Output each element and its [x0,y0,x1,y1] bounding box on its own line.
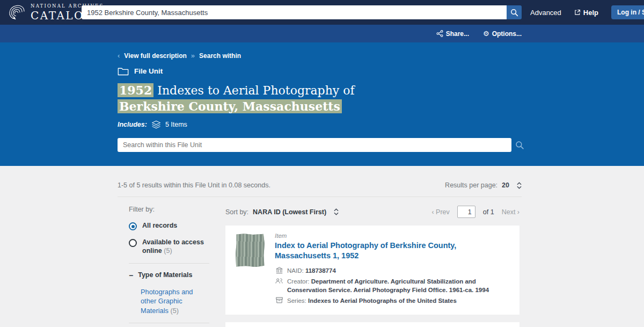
results-column: Sort by: NARA ID (Lowest First) ‹ Prev o… [225,206,519,327]
result-title-link[interactable]: Index to Aerial Photography of Berkshire… [275,241,511,261]
help-label: Help [583,9,598,17]
search-button[interactable] [507,5,522,19]
file-unit-hero: ‹ View full description » Search within … [0,42,644,166]
external-link-icon [574,9,581,16]
title-plain: Indexes to Aerial Photography of [153,84,354,97]
sort-by-label: Sort by: [225,208,248,216]
radio-unselected-icon[interactable] [129,239,137,247]
search-icon [510,9,518,17]
naid-value: 118738774 [305,267,336,274]
bank-icon [275,266,283,275]
header-links: Advanced Help Log in / Sign Up [530,5,644,19]
filter-radio-available-online[interactable]: Available to access online (5) [129,238,209,255]
radio-count: (5) [164,247,172,255]
filter-group-title: Type of Materials [138,271,192,280]
nara-catalog-logo[interactable]: NATIONAL ARCHIVES CATALOG [8,4,78,21]
sort-control: Sort by: NARA ID (Lowest First) [225,208,339,216]
advanced-label: Advanced [530,9,561,17]
includes-label: Includes: [118,121,147,128]
title-highlight-place: Berkshire County, Massachusetts [118,99,342,113]
share-button[interactable]: Share... [436,30,469,38]
chevron-up-icon [334,208,339,212]
radio-selected-icon[interactable] [129,222,137,230]
sort-stepper[interactable] [334,208,339,215]
gear-icon: ⚙ [483,30,489,38]
chevron-left-icon: ‹ [118,52,120,60]
options-button[interactable]: ⚙ Options... [483,30,522,38]
login-signup-button[interactable]: Log in / Sign Up [611,5,644,19]
result-card[interactable]: Item Index to Aerial Photography of Berk… [225,322,519,327]
naid-text: NAID: 118738774 [287,266,511,275]
eagle-logo-icon [8,4,27,20]
per-page-value[interactable]: 20 [502,181,509,189]
series-row: Series: Indexes to Aerial Photographs of… [275,296,511,306]
results-meta-row: 1-5 of 5 results within this File Unit i… [118,166,522,197]
breadcrumb-search-within[interactable]: Search within [199,52,241,60]
content-row: Filter by: All records Available to acce… [129,206,644,327]
share-icon [436,30,443,37]
includes-value: 5 Items [165,121,187,128]
people-icon [275,277,283,295]
naid-row: NAID: 118738774 [275,266,511,275]
breadcrumb: ‹ View full description » Search within [118,52,644,60]
results-summary: 1-5 of 5 results within this File Unit i… [118,181,270,189]
radio-label: Available to access online (5) [142,238,209,255]
breadcrumb-view-full-description[interactable]: View full description [124,52,186,60]
series-value: Indexes to Aerial Photographs of the Uni… [308,297,457,304]
chevron-double-right-icon: » [191,52,195,60]
sort-value[interactable]: NARA ID (Lowest First) [253,208,326,216]
series-text: Series: Indexes to Aerial Photographs of… [287,296,511,306]
filter-by-label: Filter by: [129,206,209,213]
chevron-down-icon [334,212,339,215]
page-of-label: of 1 [483,208,494,216]
top-header: NATIONAL ARCHIVES CATALOG Advanced Help … [0,0,644,25]
record-type-label: File Unit [134,67,163,75]
layers-icon [151,120,161,129]
creator-row: Creator: Department of Agriculture. Agri… [275,277,511,295]
collapse-icon[interactable]: − [129,272,133,280]
radio-label: All records [142,222,177,230]
results-per-page: Results per page: 20 [445,181,522,189]
creator-text: Creator: Department of Agriculture. Agri… [287,277,511,295]
folder-icon [118,67,129,76]
filter-link-count: (5) [170,307,179,315]
main-search [82,5,522,19]
result-kind: Item [275,232,511,239]
chevron-down-icon [517,186,522,189]
filter-link-photographs[interactable]: Photographs and other Graphic Materials … [141,287,209,315]
chevron-up-icon [517,182,522,185]
result-thumbnail[interactable] [234,232,266,307]
per-page-stepper[interactable] [517,182,522,189]
result-body: Item Index to Aerial Photography of Berk… [275,232,511,307]
page-toolbar: Share... ⚙ Options... [0,25,644,42]
pagination: ‹ Prev of 1 Next › [431,206,519,218]
sort-pagination-row: Sort by: NARA ID (Lowest First) ‹ Prev o… [225,206,519,218]
creator-value: Department of Agriculture. Agricultural … [287,278,489,294]
aerial-index-thumbnail-image [236,234,265,267]
advanced-search-link[interactable]: Advanced [530,9,561,17]
search-within-input[interactable] [118,138,511,152]
page-number-input[interactable] [457,206,475,218]
next-page-button[interactable]: Next › [502,208,519,216]
options-label: Options... [492,30,522,38]
help-link[interactable]: Help [574,9,598,17]
search-input[interactable] [82,5,507,19]
share-label: Share... [446,30,469,38]
per-page-label: Results per page: [445,181,497,189]
filter-radio-all-records[interactable]: All records [129,222,209,230]
includes-row: Includes: 5 Items [118,120,644,129]
search-within-row [118,138,644,152]
filter-group-type-of-materials[interactable]: − Type of Materials [129,271,209,280]
prev-page-button[interactable]: ‹ Prev [431,208,449,216]
filter-sidebar: Filter by: All records Available to acce… [129,206,209,327]
divider [129,263,209,264]
result-card[interactable]: Item Index to Aerial Photography of Berk… [225,226,519,314]
archive-box-icon [275,296,283,306]
record-type-row: File Unit [118,67,644,76]
page-title: 1952 Indexes to Aerial Photography of Be… [118,83,399,114]
divider [129,323,209,323]
title-highlight-year: 1952 [118,83,153,97]
search-within-icon[interactable] [515,141,524,150]
